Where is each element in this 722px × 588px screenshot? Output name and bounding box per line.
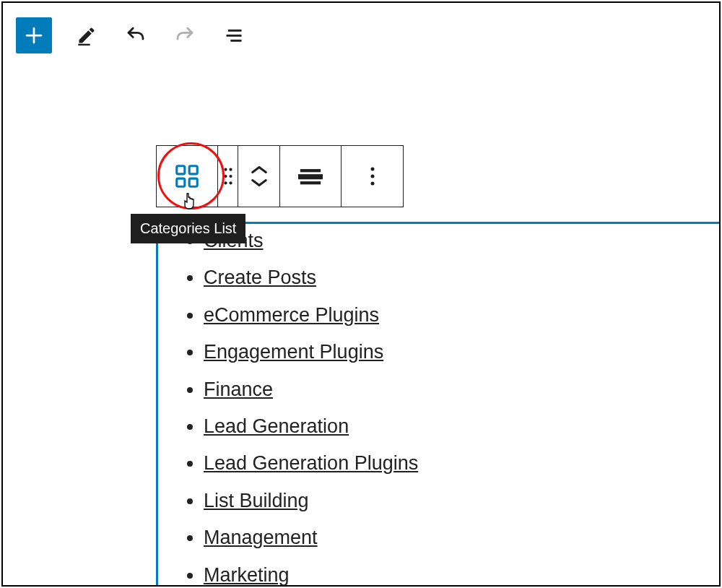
block-toolbar bbox=[156, 145, 404, 207]
category-link[interactable]: Management bbox=[204, 527, 318, 548]
category-link[interactable]: Marketing bbox=[204, 564, 290, 586]
undo-icon bbox=[125, 25, 147, 46]
category-list-item: Lead Generation bbox=[204, 407, 705, 444]
category-link[interactable]: Finance bbox=[204, 379, 273, 400]
svg-rect-3 bbox=[230, 40, 241, 42]
more-vertical-icon bbox=[369, 165, 376, 187]
block-type-button[interactable] bbox=[157, 146, 218, 207]
block-align-button[interactable] bbox=[280, 146, 342, 207]
editor-top-toolbar bbox=[16, 17, 248, 53]
svg-rect-4 bbox=[177, 166, 185, 174]
svg-rect-6 bbox=[177, 178, 185, 186]
svg-rect-16 bbox=[300, 181, 321, 184]
svg-point-8 bbox=[224, 168, 227, 171]
redo-icon bbox=[174, 25, 196, 46]
category-list-item: Management bbox=[204, 519, 705, 555]
svg-point-10 bbox=[224, 175, 227, 178]
category-link[interactable]: Lead Generation bbox=[204, 415, 349, 437]
category-link[interactable]: List Building bbox=[204, 490, 309, 511]
category-list-item: eCommerce Plugins bbox=[204, 296, 705, 333]
category-list-item: Create Posts bbox=[204, 259, 705, 295]
svg-rect-15 bbox=[298, 174, 323, 179]
category-link[interactable]: Engagement Plugins bbox=[204, 341, 383, 363]
categories-grid-icon bbox=[173, 163, 201, 190]
block-movers bbox=[238, 146, 280, 207]
svg-point-18 bbox=[370, 175, 374, 178]
svg-point-12 bbox=[224, 181, 227, 184]
category-list-item: Engagement Plugins bbox=[204, 333, 705, 370]
edit-tool-button[interactable] bbox=[72, 21, 101, 50]
category-link[interactable]: eCommerce Plugins bbox=[204, 304, 379, 326]
svg-point-13 bbox=[229, 181, 232, 184]
svg-rect-14 bbox=[300, 169, 321, 172]
category-list-item: Finance bbox=[204, 371, 705, 407]
svg-point-17 bbox=[370, 168, 374, 171]
move-up-button[interactable] bbox=[249, 163, 269, 176]
category-list-item: Lead Generation Plugins bbox=[204, 444, 705, 481]
list-outline-icon bbox=[224, 25, 244, 46]
svg-rect-1 bbox=[228, 30, 242, 32]
block-type-tooltip: Categories List bbox=[131, 214, 245, 243]
category-list-item: Marketing bbox=[204, 556, 705, 588]
document-outline-button[interactable] bbox=[219, 21, 248, 50]
move-down-button[interactable] bbox=[249, 176, 269, 189]
drag-handle[interactable] bbox=[218, 146, 238, 207]
category-list-item: Clients bbox=[204, 222, 705, 259]
align-wide-icon bbox=[298, 164, 323, 189]
svg-point-19 bbox=[370, 182, 374, 186]
svg-rect-5 bbox=[189, 166, 197, 174]
svg-rect-0 bbox=[78, 44, 90, 46]
editor-frame: Categories List ClientsCreate PostseComm… bbox=[1, 1, 721, 587]
category-link[interactable]: Create Posts bbox=[204, 267, 316, 288]
drag-handle-icon bbox=[223, 166, 233, 186]
svg-point-9 bbox=[229, 168, 232, 171]
undo-button[interactable] bbox=[121, 21, 150, 50]
category-list-item: List Building bbox=[204, 482, 705, 519]
pencil-icon bbox=[77, 25, 97, 46]
svg-point-11 bbox=[229, 175, 232, 178]
categories-list: ClientsCreate PostseCommerce PluginsEnga… bbox=[176, 222, 705, 588]
svg-rect-7 bbox=[189, 178, 197, 186]
plus-icon bbox=[23, 25, 45, 46]
block-more-options-button[interactable] bbox=[342, 146, 403, 207]
category-link[interactable]: Lead Generation Plugins bbox=[204, 452, 418, 474]
redo-button[interactable] bbox=[170, 21, 199, 50]
chevron-down-icon bbox=[249, 176, 269, 189]
add-block-button[interactable] bbox=[16, 17, 52, 53]
svg-rect-2 bbox=[227, 35, 242, 37]
chevron-up-icon bbox=[249, 163, 269, 176]
